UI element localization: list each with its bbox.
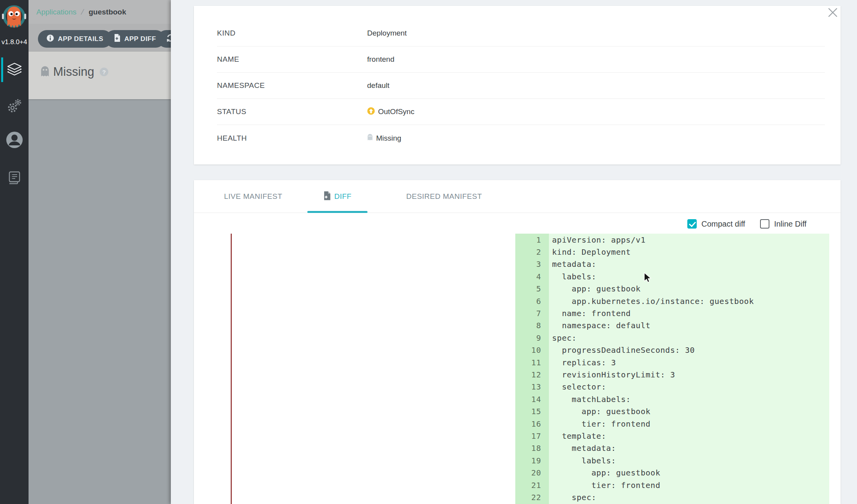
compact-diff-label: Compact diff <box>701 220 745 229</box>
diff-lines: 1apiVersion: apps/v12kind: Deployment3me… <box>515 234 829 504</box>
diff-line: 15 app: guestbook <box>515 405 829 417</box>
diff-line: 17 template: <box>515 430 829 442</box>
sidebar: v1.8.0+4 <box>0 0 29 504</box>
field-value: Deployment <box>367 29 407 38</box>
tab-diff[interactable]: DIFF <box>324 180 351 213</box>
document-icon <box>8 171 21 186</box>
diff-line: 14 matchLabels: <box>515 393 829 405</box>
manifest-tabs: LIVE MANIFEST DIFF DESIRED MANIFEST <box>194 180 841 213</box>
inline-diff-toggle[interactable]: Inline Diff <box>760 219 807 229</box>
diff-view: 1apiVersion: apps/v12kind: Deployment3me… <box>194 234 841 504</box>
tab-live-manifest[interactable]: LIVE MANIFEST <box>224 180 282 213</box>
inline-diff-label: Inline Diff <box>774 220 807 229</box>
tab-label: DIFF <box>334 192 351 201</box>
diff-line-text: metadata: <box>549 443 616 453</box>
diff-line-text: revisionHistoryLimit: 3 <box>549 370 675 379</box>
user-icon <box>6 131 23 150</box>
diff-line-number: 18 <box>515 443 549 453</box>
resource-details-panel: KIND Deployment NAME frontend NAMESPACE … <box>171 0 857 504</box>
app-details-button[interactable]: APP DETAILS <box>38 30 112 48</box>
diff-line: 6 app.kubernetes.io/instance: guestbook <box>515 295 829 307</box>
diff-line-text: kind: Deployment <box>549 247 631 257</box>
info-icon <box>47 34 54 44</box>
diff-line-number: 11 <box>515 358 549 367</box>
breadcrumb-separator: / <box>81 8 85 16</box>
diff-line-number: 4 <box>515 272 549 281</box>
diff-line-number: 20 <box>515 468 549 477</box>
diff-line-text: labels: <box>549 456 616 465</box>
manifest-card: LIVE MANIFEST DIFF DESIRED MANIFEST Comp… <box>194 180 841 504</box>
diff-line: 7 name: frontend <box>515 307 829 319</box>
sidebar-item-settings[interactable] <box>0 93 29 120</box>
status-value: OutOfSync <box>378 107 414 116</box>
field-label: STATUS <box>217 107 367 116</box>
diff-line: 8 namespace: default <box>515 320 829 332</box>
breadcrumb-applications-link[interactable]: Applications <box>36 8 76 16</box>
field-label: KIND <box>217 29 367 38</box>
inline-diff-checkbox[interactable] <box>760 219 769 229</box>
ghost-icon-small <box>367 134 373 143</box>
version-label: v1.8.0+4 <box>0 38 29 46</box>
diff-line-text: spec: <box>549 493 596 502</box>
diff-line-text: template: <box>549 431 606 441</box>
diff-line: 12 revisionHistoryLimit: 3 <box>515 368 829 381</box>
diff-line: 20 app: guestbook <box>515 466 829 479</box>
diff-line-text: selector: <box>549 382 606 391</box>
diff-removed-pane-border <box>231 234 232 504</box>
field-label: NAMESPACE <box>217 81 367 90</box>
diff-line-text: matchLabels: <box>549 395 631 404</box>
diff-line: 3metadata: <box>515 258 829 270</box>
diff-added-pane: 1apiVersion: apps/v12kind: Deployment3me… <box>515 234 829 504</box>
close-icon[interactable] <box>828 8 837 17</box>
sidebar-item-user[interactable] <box>0 127 29 154</box>
diff-line-number: 8 <box>515 321 549 330</box>
gears-icon <box>7 98 22 115</box>
diff-line: 9spec: <box>515 332 829 344</box>
argocd-resource-diff-screen: { "app": { "version": "v1.8.0+4" }, "sid… <box>0 0 857 504</box>
diff-line-number: 7 <box>515 309 549 318</box>
diff-line-text: app.kubernetes.io/instance: guestbook <box>549 297 754 306</box>
breadcrumb: Applications / guestbook <box>29 0 171 24</box>
breadcrumb-current: guestbook <box>89 8 126 16</box>
diff-line-text: app: guestbook <box>549 284 641 293</box>
diff-line-text: replicas: 3 <box>549 358 616 367</box>
field-label: NAME <box>217 55 367 64</box>
app-diff-button[interactable]: APP DIFF <box>106 30 165 48</box>
diff-line-number: 9 <box>515 333 549 343</box>
compact-diff-toggle[interactable]: Compact diff <box>687 219 745 229</box>
diff-line-number: 6 <box>515 297 549 306</box>
active-indicator <box>1 57 3 82</box>
diff-line-number: 17 <box>515 431 549 441</box>
diff-line-number: 3 <box>515 259 549 269</box>
active-tab-underline <box>307 211 368 213</box>
diff-line-text: spec: <box>549 333 577 343</box>
field-value: frontend <box>367 55 394 64</box>
diff-line-number: 12 <box>515 370 549 379</box>
diff-line-number: 13 <box>515 382 549 391</box>
diff-line-text: namespace: default <box>549 321 651 330</box>
argo-octopus-logo[interactable] <box>2 2 27 37</box>
sidebar-item-docs[interactable] <box>0 165 29 191</box>
tab-label: DESIRED MANIFEST <box>406 192 482 201</box>
dimmed-app-page: Applications / guestbook APP DETAILS APP… <box>29 0 171 504</box>
tab-label: LIVE MANIFEST <box>224 192 282 201</box>
help-icon[interactable]: ? <box>100 68 108 76</box>
field-row-name: NAME frontend <box>217 46 825 73</box>
app-toolbar: APP DETAILS APP DIFF <box>29 24 171 52</box>
diff-line-number: 16 <box>515 419 549 429</box>
file-icon <box>114 34 120 44</box>
compact-diff-checkbox[interactable] <box>687 219 697 229</box>
layers-icon <box>7 63 22 77</box>
diff-line-number: 22 <box>515 493 549 502</box>
app-details-label: APP DETAILS <box>58 35 103 43</box>
diff-line-number: 15 <box>515 407 549 416</box>
diff-line: 5 app: guestbook <box>515 283 829 295</box>
tab-desired-manifest[interactable]: DESIRED MANIFEST <box>406 180 482 213</box>
field-value: default <box>367 81 389 90</box>
field-row-health: HEALTH Missing <box>217 125 825 151</box>
diff-line: 1apiVersion: apps/v1 <box>515 234 829 246</box>
diff-line: 4 labels: <box>515 270 829 282</box>
diff-line-number: 21 <box>515 481 549 490</box>
sidebar-item-applications[interactable] <box>0 57 29 83</box>
app-health-heading: Missing <box>53 65 94 79</box>
